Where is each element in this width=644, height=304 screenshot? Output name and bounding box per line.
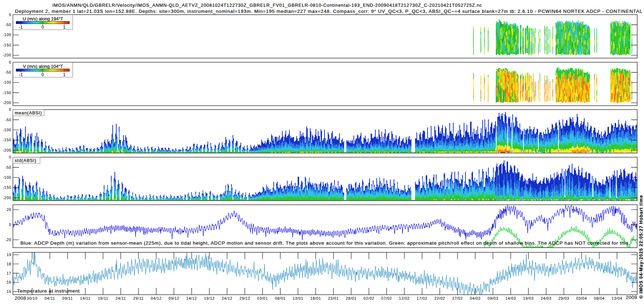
svg-text:-150: -150 (3, 138, 11, 142)
svg-text:04/03: 04/03 (470, 296, 480, 300)
svg-text:mean(ABSI): mean(ABSI) (15, 111, 42, 116)
svg-text:18: 18 (6, 262, 11, 266)
svg-text:29/11: 29/11 (133, 296, 143, 300)
svg-text:-100: -100 (3, 175, 11, 180)
svg-text:0: 0 (42, 72, 44, 77)
svg-text:08/01: 08/01 (275, 296, 286, 300)
svg-text:2008: 2008 (15, 295, 26, 301)
svg-text:V (m/s) along 104°T: V (m/s) along 104°T (23, 64, 63, 69)
svg-text:-50: -50 (5, 165, 11, 170)
svg-text:0: 0 (9, 60, 11, 64)
svg-text:27/02: 27/02 (452, 296, 463, 300)
svg-text:29/03: 29/03 (558, 296, 569, 300)
svg-text:-100: -100 (3, 128, 11, 132)
svg-text:-150: -150 (3, 43, 11, 47)
svg-text:08/04: 08/04 (594, 296, 605, 300)
svg-text:24/12: 24/12 (222, 296, 233, 300)
svg-text:19/11: 19/11 (98, 296, 108, 300)
svg-text:0: 0 (9, 155, 11, 159)
svg-text:28/01: 28/01 (346, 296, 357, 300)
svg-text:30/10: 30/10 (27, 296, 38, 300)
svg-text:14/11: 14/11 (80, 296, 91, 300)
svg-text:-50: -50 (5, 118, 11, 122)
svg-text:15: 15 (6, 289, 11, 294)
svg-text:20: 20 (6, 207, 11, 212)
svg-text:12/02: 12/02 (399, 296, 410, 300)
svg-text:13/01: 13/01 (293, 296, 303, 300)
svg-text:-150: -150 (3, 185, 11, 190)
svg-text:03/01: 03/01 (257, 296, 268, 300)
svg-text:0: 0 (9, 107, 11, 112)
svg-text:18/01: 18/01 (310, 296, 321, 300)
svg-text:24/11: 24/11 (116, 296, 126, 300)
svg-text:IMOS/ANMN/QLD/GBRELR/Velocity/: IMOS/ANMN/QLD/GBRELR/Velocity/IMOS_ANMN-… (52, 3, 482, 8)
svg-text:04/11: 04/11 (45, 296, 55, 300)
svg-text:17/02: 17/02 (417, 296, 428, 300)
svg-text:0: 0 (9, 13, 11, 17)
svg-text:Blue: ADCP Depth (m) variation: Blue: ADCP Depth (m) variation from sens… (20, 240, 630, 246)
svg-text:-100: -100 (3, 33, 11, 37)
svg-text:23/01: 23/01 (328, 296, 339, 300)
svg-text:-20: -20 (5, 237, 11, 242)
svg-text:std(ABSI): std(ABSI) (15, 158, 36, 163)
svg-text:19/12: 19/12 (204, 296, 215, 300)
svg-text:07/02: 07/02 (381, 296, 392, 300)
svg-text:-50: -50 (5, 70, 11, 74)
svg-text:1: 1 (63, 72, 65, 77)
svg-text:© IMOS 04-May-2025 22:05:27 Ho: © IMOS 04-May-2025 22:05:27 Hobart time (638, 195, 644, 299)
svg-text:09/12: 09/12 (169, 296, 179, 300)
svg-text:02/02: 02/02 (364, 296, 374, 300)
svg-text:09/11: 09/11 (62, 296, 73, 300)
svg-text:14/03: 14/03 (505, 296, 516, 300)
svg-text:-200: -200 (3, 100, 11, 105)
svg-text:09/03: 09/03 (488, 296, 498, 300)
svg-text:Deployment 2, member 1 lat=21.: Deployment 2, member 1 lat=21.03S lon=15… (15, 9, 643, 14)
svg-text:22/02: 22/02 (434, 296, 445, 300)
svg-text:-200: -200 (3, 53, 11, 57)
svg-text:14/12: 14/12 (186, 296, 197, 300)
svg-text:1: 1 (63, 25, 65, 30)
svg-text:-200: -200 (3, 196, 11, 200)
svg-text:Temperature at instrument: Temperature at instrument (17, 288, 80, 294)
svg-text:U (m/s) along 194°T: U (m/s) along 194°T (23, 16, 63, 21)
svg-text:-100: -100 (3, 80, 11, 84)
svg-text:2009: 2009 (626, 295, 637, 300)
svg-text:13/04: 13/04 (612, 296, 623, 300)
svg-text:-200: -200 (3, 148, 11, 152)
svg-text:-1: -1 (19, 72, 23, 77)
svg-text:29/12: 29/12 (239, 296, 250, 300)
svg-text:19/03: 19/03 (523, 296, 534, 300)
svg-text:19: 19 (6, 252, 11, 257)
svg-text:17: 17 (6, 271, 11, 275)
svg-text:-1: -1 (19, 25, 23, 30)
svg-text:-50: -50 (5, 23, 11, 27)
svg-text:16: 16 (6, 280, 11, 284)
svg-text:24/03: 24/03 (541, 296, 552, 300)
svg-text:0: 0 (9, 222, 11, 227)
svg-text:0: 0 (42, 25, 44, 30)
svg-text:-150: -150 (3, 90, 11, 95)
svg-text:03/04: 03/04 (576, 296, 587, 300)
svg-text:04/12: 04/12 (151, 296, 162, 300)
